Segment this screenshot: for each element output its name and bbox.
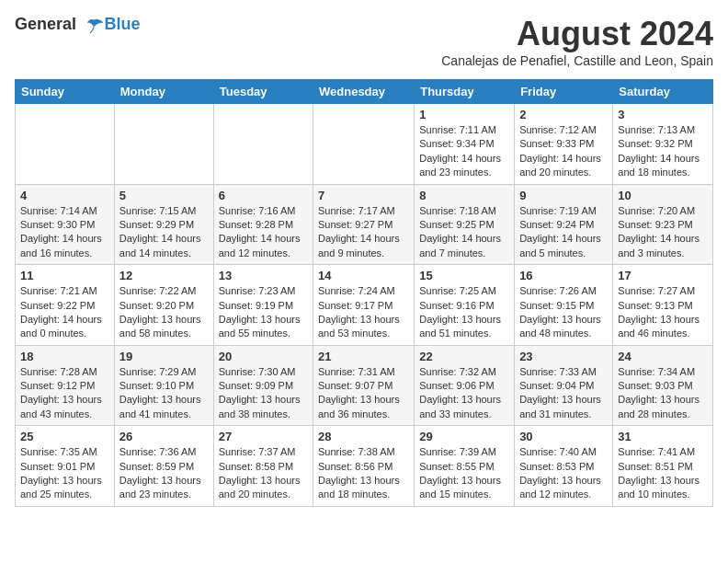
day-info: Sunrise: 7:11 AMSunset: 9:34 PMDaylight:… xyxy=(419,123,509,180)
weekday-header-wednesday: Wednesday xyxy=(313,80,415,104)
day-number: 19 xyxy=(119,350,209,363)
day-info: Sunrise: 7:23 AMSunset: 9:19 PMDaylight:… xyxy=(219,284,308,341)
calendar-cell: 8Sunrise: 7:18 AMSunset: 9:25 PMDaylight… xyxy=(415,184,515,265)
calendar-week-row: 4Sunrise: 7:14 AMSunset: 9:30 PMDaylight… xyxy=(16,184,713,265)
day-number: 16 xyxy=(519,269,608,282)
calendar-cell: 24Sunrise: 7:34 AMSunset: 9:03 PMDayligh… xyxy=(613,345,713,426)
day-number: 25 xyxy=(20,430,109,443)
day-number: 5 xyxy=(119,189,209,202)
logo-bird-icon xyxy=(83,15,105,37)
weekday-header-monday: Monday xyxy=(114,80,213,104)
day-info: Sunrise: 7:13 AMSunset: 9:32 PMDaylight:… xyxy=(618,123,708,180)
calendar-cell: 11Sunrise: 7:21 AMSunset: 9:22 PMDayligh… xyxy=(16,265,115,346)
calendar-cell: 4Sunrise: 7:14 AMSunset: 9:30 PMDaylight… xyxy=(16,184,115,265)
month-year-title: August 2024 xyxy=(441,15,713,53)
day-info: Sunrise: 7:34 AMSunset: 9:03 PMDaylight:… xyxy=(618,365,708,422)
title-block: August 2024 Canalejas de Penafiel, Casti… xyxy=(441,15,713,75)
day-number: 28 xyxy=(318,430,409,443)
day-number: 20 xyxy=(219,350,308,363)
day-number: 3 xyxy=(618,108,708,121)
calendar-week-row: 25Sunrise: 7:35 AMSunset: 9:01 PMDayligh… xyxy=(16,426,713,507)
day-number: 1 xyxy=(419,108,509,121)
calendar-cell: 26Sunrise: 7:36 AMSunset: 8:59 PMDayligh… xyxy=(114,426,213,507)
day-number: 8 xyxy=(419,189,509,202)
day-info: Sunrise: 7:30 AMSunset: 9:09 PMDaylight:… xyxy=(219,365,308,422)
calendar-cell: 30Sunrise: 7:40 AMSunset: 8:53 PMDayligh… xyxy=(515,426,613,507)
weekday-header-tuesday: Tuesday xyxy=(213,80,313,104)
day-info: Sunrise: 7:39 AMSunset: 8:55 PMDaylight:… xyxy=(419,445,509,502)
calendar-cell xyxy=(114,104,213,185)
calendar-cell: 15Sunrise: 7:25 AMSunset: 9:16 PMDayligh… xyxy=(415,265,515,346)
day-info: Sunrise: 7:28 AMSunset: 9:12 PMDaylight:… xyxy=(20,365,109,422)
day-info: Sunrise: 7:29 AMSunset: 9:10 PMDaylight:… xyxy=(119,365,209,422)
day-number: 10 xyxy=(618,189,708,202)
day-info: Sunrise: 7:18 AMSunset: 9:25 PMDaylight:… xyxy=(419,204,509,261)
calendar-week-row: 18Sunrise: 7:28 AMSunset: 9:12 PMDayligh… xyxy=(16,345,713,426)
day-number: 29 xyxy=(419,430,509,443)
calendar-cell: 9Sunrise: 7:19 AMSunset: 9:24 PMDaylight… xyxy=(515,184,613,265)
logo-general-label: General xyxy=(15,15,76,33)
day-info: Sunrise: 7:37 AMSunset: 8:58 PMDaylight:… xyxy=(219,445,308,502)
day-info: Sunrise: 7:41 AMSunset: 8:51 PMDaylight:… xyxy=(618,445,708,502)
day-number: 27 xyxy=(219,430,308,443)
day-info: Sunrise: 7:16 AMSunset: 9:28 PMDaylight:… xyxy=(219,204,308,261)
day-number: 7 xyxy=(318,189,409,202)
calendar-cell xyxy=(313,104,415,185)
calendar-cell: 29Sunrise: 7:39 AMSunset: 8:55 PMDayligh… xyxy=(415,426,515,507)
day-info: Sunrise: 7:35 AMSunset: 9:01 PMDaylight:… xyxy=(20,445,109,502)
day-info: Sunrise: 7:40 AMSunset: 8:53 PMDaylight:… xyxy=(519,445,608,502)
day-info: Sunrise: 7:21 AMSunset: 9:22 PMDaylight:… xyxy=(20,284,109,341)
calendar-cell: 12Sunrise: 7:22 AMSunset: 9:20 PMDayligh… xyxy=(114,265,213,346)
day-number: 9 xyxy=(519,189,608,202)
day-number: 12 xyxy=(119,269,209,282)
calendar-cell: 3Sunrise: 7:13 AMSunset: 9:32 PMDaylight… xyxy=(613,104,713,185)
calendar-cell xyxy=(213,104,313,185)
day-number: 6 xyxy=(219,189,308,202)
calendar-cell: 31Sunrise: 7:41 AMSunset: 8:51 PMDayligh… xyxy=(613,426,713,507)
day-info: Sunrise: 7:17 AMSunset: 9:27 PMDaylight:… xyxy=(318,204,409,261)
day-number: 2 xyxy=(519,108,608,121)
day-number: 31 xyxy=(618,430,708,443)
calendar-cell: 19Sunrise: 7:29 AMSunset: 9:10 PMDayligh… xyxy=(114,345,213,426)
calendar-cell: 10Sunrise: 7:20 AMSunset: 9:23 PMDayligh… xyxy=(613,184,713,265)
day-info: Sunrise: 7:27 AMSunset: 9:13 PMDaylight:… xyxy=(618,284,708,341)
weekday-header-friday: Friday xyxy=(515,80,613,104)
day-number: 17 xyxy=(618,269,708,282)
calendar-cell: 1Sunrise: 7:11 AMSunset: 9:34 PMDaylight… xyxy=(415,104,515,185)
day-number: 26 xyxy=(119,430,209,443)
day-info: Sunrise: 7:26 AMSunset: 9:15 PMDaylight:… xyxy=(519,284,608,341)
day-number: 14 xyxy=(318,269,409,282)
weekday-header-thursday: Thursday xyxy=(415,80,515,104)
page-header: General Blue August 2024 Canalejas de Pe… xyxy=(15,15,713,75)
day-info: Sunrise: 7:19 AMSunset: 9:24 PMDaylight:… xyxy=(519,204,608,261)
calendar-week-row: 1Sunrise: 7:11 AMSunset: 9:34 PMDaylight… xyxy=(16,104,713,185)
day-info: Sunrise: 7:15 AMSunset: 9:29 PMDaylight:… xyxy=(119,204,209,261)
weekday-header-saturday: Saturday xyxy=(613,80,713,104)
calendar-cell: 2Sunrise: 7:12 AMSunset: 9:33 PMDaylight… xyxy=(515,104,613,185)
calendar-cell: 5Sunrise: 7:15 AMSunset: 9:29 PMDaylight… xyxy=(114,184,213,265)
day-info: Sunrise: 7:38 AMSunset: 8:56 PMDaylight:… xyxy=(318,445,409,502)
day-info: Sunrise: 7:24 AMSunset: 9:17 PMDaylight:… xyxy=(318,284,409,341)
day-info: Sunrise: 7:31 AMSunset: 9:07 PMDaylight:… xyxy=(318,365,409,422)
calendar-cell: 13Sunrise: 7:23 AMSunset: 9:19 PMDayligh… xyxy=(213,265,313,346)
day-number: 4 xyxy=(20,189,109,202)
logo: General Blue xyxy=(15,15,141,37)
day-number: 22 xyxy=(419,350,509,363)
calendar-cell: 27Sunrise: 7:37 AMSunset: 8:58 PMDayligh… xyxy=(213,426,313,507)
calendar-cell xyxy=(16,104,115,185)
day-number: 13 xyxy=(219,269,308,282)
calendar-table: SundayMondayTuesdayWednesdayThursdayFrid… xyxy=(15,79,713,507)
day-info: Sunrise: 7:20 AMSunset: 9:23 PMDaylight:… xyxy=(618,204,708,261)
calendar-cell: 7Sunrise: 7:17 AMSunset: 9:27 PMDaylight… xyxy=(313,184,415,265)
weekday-header-row: SundayMondayTuesdayWednesdayThursdayFrid… xyxy=(16,80,713,104)
day-info: Sunrise: 7:32 AMSunset: 9:06 PMDaylight:… xyxy=(419,365,509,422)
day-number: 21 xyxy=(318,350,409,363)
logo-blue-label: Blue xyxy=(105,15,141,34)
calendar-cell: 14Sunrise: 7:24 AMSunset: 9:17 PMDayligh… xyxy=(313,265,415,346)
calendar-cell: 17Sunrise: 7:27 AMSunset: 9:13 PMDayligh… xyxy=(613,265,713,346)
day-info: Sunrise: 7:14 AMSunset: 9:30 PMDaylight:… xyxy=(20,204,109,261)
calendar-cell: 20Sunrise: 7:30 AMSunset: 9:09 PMDayligh… xyxy=(213,345,313,426)
day-number: 18 xyxy=(20,350,109,363)
calendar-cell: 25Sunrise: 7:35 AMSunset: 9:01 PMDayligh… xyxy=(16,426,115,507)
logo-general-text: General xyxy=(15,15,105,37)
